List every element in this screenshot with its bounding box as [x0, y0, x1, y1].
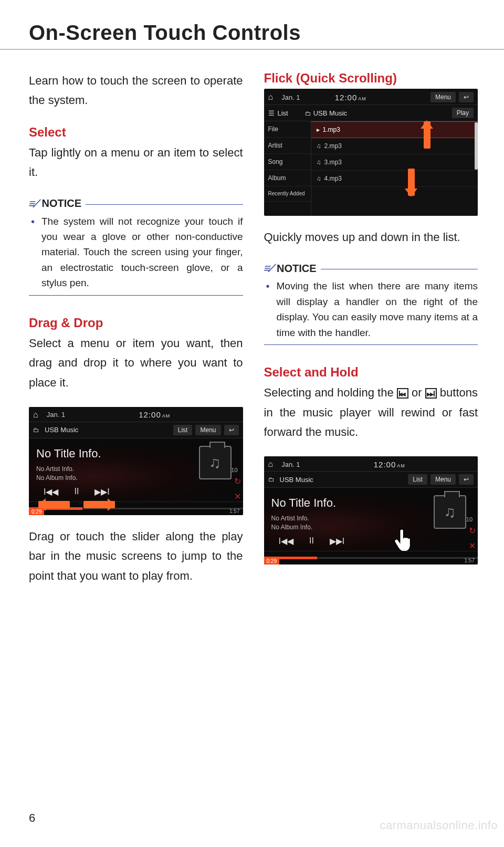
title-rule	[0, 49, 504, 50]
list-item[interactable]: ♫ 2.mp3	[311, 138, 478, 154]
usb-music-label: USB Music	[33, 426, 78, 434]
shuffle-icon[interactable]: ✕	[469, 541, 476, 551]
arrow-left-icon	[38, 501, 70, 508]
fastforward-icon	[425, 388, 437, 399]
drag-arrows-overlay	[38, 501, 115, 508]
flick-notice: ≡∕ NOTICE Moving the list when there are…	[264, 262, 478, 345]
drag-body-1: Select a menu or item you want, then dra…	[29, 333, 243, 392]
next-button[interactable]: ▶▶I	[94, 487, 109, 497]
home-icon[interactable]: ⌂	[33, 410, 38, 420]
notice-icon: ≡∕	[28, 197, 39, 211]
drag-body-2: Drag or touch the slider along the play …	[29, 527, 243, 585]
progress-bar[interactable]: 0:29 1:57	[29, 501, 243, 515]
list-item[interactable]: ♫ 4.mp3	[311, 171, 478, 187]
notice-label: NOTICE	[42, 197, 82, 210]
flick-body: Quickly moves up and down in the list.	[264, 227, 478, 247]
ss-time: 12:00AM	[139, 410, 170, 419]
usb-art-icon	[199, 446, 232, 479]
pause-button[interactable]: II	[74, 487, 79, 497]
arrow-down-icon	[408, 169, 415, 196]
time-total: 1:57	[465, 558, 475, 563]
flick-heading: Flick (Quick Scrolling)	[264, 71, 478, 86]
time-total: 1:57	[229, 508, 239, 514]
notice-icon: ≡∕	[262, 262, 274, 275]
list-label: ☰ List	[268, 109, 288, 117]
home-icon[interactable]: ⌂	[268, 92, 274, 102]
menu-button[interactable]: Menu	[430, 92, 456, 102]
progress-bar[interactable]: 0:29 1:57	[264, 551, 478, 564]
notice-label: NOTICE	[277, 263, 317, 275]
ss-date: Jan. 1	[47, 411, 65, 419]
hand-pointer-icon	[393, 527, 416, 554]
hold-body: Selecting and holding the or buttons in …	[264, 383, 478, 442]
right-column: Flick (Quick Scrolling) ⌂ Jan. 1 12:00AM…	[264, 71, 478, 600]
play-button[interactable]: Play	[452, 108, 474, 118]
list-button[interactable]: List	[173, 425, 193, 435]
rewind-icon	[397, 388, 408, 399]
filter-song[interactable]: Song	[264, 154, 311, 170]
prev-button[interactable]: I◀◀	[44, 487, 58, 497]
hold-heading: Select and Hold	[264, 365, 478, 380]
repeat-icon[interactable]: ↻	[469, 526, 476, 536]
list-button[interactable]: List	[408, 474, 427, 485]
filter-recent[interactable]: Recently Added	[264, 186, 311, 202]
filter-file[interactable]: File	[264, 121, 311, 138]
back-button[interactable]: ↩	[459, 92, 474, 102]
home-icon[interactable]: ⌂	[268, 459, 274, 469]
ss-time: 12:00AM	[335, 93, 366, 102]
next-button[interactable]: ▶▶I	[330, 536, 344, 546]
scroll-handle[interactable]	[475, 122, 478, 170]
repeat-icon[interactable]: ↻	[234, 476, 241, 486]
hold-screenshot: ⌂ Jan. 1 12:00AM USB Music List Menu ↩ ♫…	[264, 456, 478, 564]
intro-text: Learn how to touch the screen to operate…	[29, 71, 243, 110]
usb-music-label: USB Music	[268, 476, 313, 484]
ss-date: Jan. 1	[281, 461, 300, 468]
watermark: carmanualsonline.info	[380, 819, 498, 832]
flick-screenshot: ⌂ Jan. 1 12:00AM Menu ↩ ☰ List USB Music…	[264, 89, 478, 216]
page-title: On-Screen Touch Controls	[29, 21, 478, 45]
usb-art-icon	[434, 495, 466, 529]
drag-heading: Drag & Drop	[29, 316, 243, 330]
time-elapsed: 0:29	[264, 558, 279, 564]
pause-button[interactable]: II	[309, 536, 314, 546]
filter-album[interactable]: Album	[264, 170, 311, 186]
flick-notice-item: Moving the list when there are many item…	[264, 278, 478, 340]
filter-artist[interactable]: Artist	[264, 138, 311, 154]
arrow-right-icon	[83, 501, 115, 508]
left-column: Learn how to touch the screen to operate…	[29, 71, 243, 600]
select-notice-item: The system will not recognize your touch…	[29, 214, 243, 291]
select-heading: Select	[29, 125, 243, 140]
select-notice: ≡∕ NOTICE The system will not recognize …	[29, 197, 243, 296]
prev-button[interactable]: I◀◀	[279, 536, 293, 546]
ss-time: 12:00AM	[374, 460, 405, 469]
back-button[interactable]: ↩	[224, 425, 239, 435]
list-item[interactable]: ♫ 3.mp3	[311, 154, 478, 171]
list-item[interactable]: ▸ 1.mp3	[311, 121, 478, 138]
ss-date: Jan. 1	[281, 93, 300, 101]
page-number: 6	[29, 811, 35, 825]
menu-button[interactable]: Menu	[195, 425, 220, 435]
back-button[interactable]: ↩	[459, 474, 474, 485]
arrow-up-icon	[424, 121, 430, 149]
usb-music-header: USB Music	[305, 109, 347, 117]
select-body: Tap lightly on a menu or an item to sele…	[29, 143, 243, 182]
shuffle-icon[interactable]: ✕	[234, 492, 241, 501]
content-columns: Learn how to touch the screen to operate…	[29, 71, 478, 600]
drag-screenshot: ⌂ Jan. 1 12:00AM USB Music List Menu ↩ ♫…	[29, 407, 243, 515]
menu-button[interactable]: Menu	[430, 474, 456, 485]
